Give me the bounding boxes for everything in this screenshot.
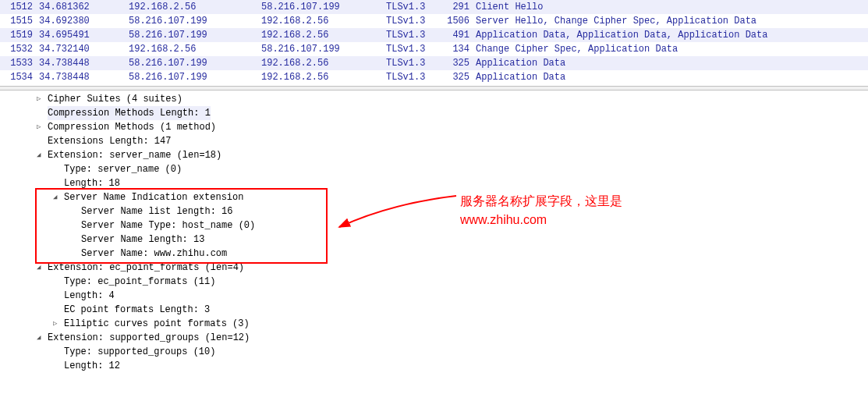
tree-label: Extension: ec_point_formats (len=4) [48,261,244,275]
tree-row[interactable]: ◢Server Name Indication extension [0,190,868,204]
chevron-right-icon[interactable]: ▷ [53,317,62,331]
packet-number: 1519 [8,29,39,41]
packet-source: 192.168.2.56 [129,1,261,13]
packet-info: Application Data [476,71,868,83]
packet-info: Application Data, Application Data, Appl… [476,29,868,41]
packet-length: 325 [445,71,476,83]
packet-time: 34.732140 [39,43,129,55]
packet-length: 134 [445,43,476,55]
annotation-line1: 服务器名称扩展字段，这里是 [460,192,622,211]
tree-label: Type: supported_groups (10) [64,345,215,359]
packet-time: 34.692380 [39,15,129,27]
tree-row[interactable]: Extensions Length: 147 [0,134,868,148]
tree-row[interactable]: Length: 4 [0,289,868,303]
tree-row[interactable]: Length: 18 [0,176,868,190]
packet-time: 34.738448 [39,57,129,69]
packet-number: 1533 [8,57,39,69]
chevron-down-icon[interactable]: ◢ [53,190,62,204]
packet-number: 1512 [8,1,39,13]
packet-length: 291 [445,1,476,13]
tree-label: Extension: server_name (len=18) [48,148,221,162]
tree-label: Elliptic curves point formats (3) [64,317,250,331]
tree-row[interactable]: ◢Extension: ec_point_formats (len=4) [0,261,868,275]
packet-protocol: TLSv1.3 [386,29,445,41]
packet-destination: 192.168.2.56 [261,15,386,27]
packet-source: 58.216.107.199 [129,57,261,69]
packet-info: Change Cipher Spec, Application Data [476,43,868,55]
packet-row[interactable]: 151234.681362192.168.2.5658.216.107.199T… [0,0,868,14]
chevron-right-icon[interactable]: ▷ [37,92,46,106]
tree-row[interactable]: ▷Elliptic curves point formats (3) [0,317,868,331]
packet-source: 58.216.107.199 [129,15,261,27]
packet-time: 34.695491 [39,29,129,41]
chevron-right-icon[interactable]: ▷ [37,120,46,134]
tree-row[interactable]: ▷Compression Methods (1 method) [0,120,868,134]
tree-label: Server Name: www.zhihu.com [81,247,227,261]
tree-label: Length: 4 [64,289,115,303]
packet-protocol: TLSv1.3 [386,1,445,13]
packet-protocol: TLSv1.3 [386,43,445,55]
packet-destination: 58.216.107.199 [261,1,386,13]
tree-label: Length: 18 [64,176,120,190]
packet-protocol: TLSv1.3 [386,71,445,83]
tree-label: Cipher Suites (4 suites) [48,92,182,106]
packet-destination: 192.168.2.56 [261,71,386,83]
tree-label: EC point formats Length: 3 [64,303,210,317]
tree-row[interactable]: Type: ec_point_formats (11) [0,275,868,289]
tree-row[interactable]: Type: supported_groups (10) [0,345,868,359]
annotation-line2: www.zhihu.com [460,211,622,229]
packet-protocol: TLSv1.3 [386,15,445,27]
tree-row[interactable]: Server Name: www.zhihu.com [0,247,868,261]
tree-row[interactable]: EC point formats Length: 3 [0,303,868,317]
tree-label: Server Name length: 13 [81,233,204,247]
packet-destination: 58.216.107.199 [261,43,386,55]
tree-row[interactable]: ◢Extension: server_name (len=18) [0,148,868,162]
tree-label: Type: server_name (0) [64,162,182,176]
packet-row[interactable]: 153334.73844858.216.107.199192.168.2.56T… [0,56,868,70]
tree-row[interactable]: Type: server_name (0) [0,162,868,176]
tree-label: Server Name list length: 16 [81,204,232,218]
packet-number: 1534 [8,71,39,83]
annotation-text: 服务器名称扩展字段，这里是 www.zhihu.com [460,192,622,229]
packet-protocol: TLSv1.3 [386,57,445,69]
packet-source: 58.216.107.199 [129,71,261,83]
packet-number: 1532 [8,43,39,55]
packet-row[interactable]: 153434.73844858.216.107.199192.168.2.56T… [0,70,868,84]
packet-length: 491 [445,29,476,41]
packet-info: Client Hello [476,1,868,13]
tree-row[interactable]: Length: 12 [0,359,868,373]
tree-row[interactable]: Server Name Type: host_name (0) [0,218,868,233]
packet-source: 192.168.2.56 [129,43,261,55]
packet-number: 1515 [8,15,39,27]
packet-row[interactable]: 153234.732140192.168.2.5658.216.107.199T… [0,42,868,56]
tree-label: Compression Methods (1 method) [48,120,216,134]
packet-length: 325 [445,57,476,69]
tree-label: Compression Methods Length: 1 [48,106,211,120]
packet-detail-pane[interactable]: ▷Cipher Suites (4 suites) Compression Me… [0,91,868,373]
tree-row[interactable]: Compression Methods Length: 1 [0,106,868,120]
packet-info: Application Data [476,57,868,69]
packet-row[interactable]: 151934.69549158.216.107.199192.168.2.56T… [0,28,868,42]
tree-row[interactable]: Server Name length: 13 [0,233,868,247]
packet-destination: 192.168.2.56 [261,57,386,69]
tree-label: Server Name Indication extension [64,190,243,204]
tree-label: Type: ec_point_formats (11) [64,275,215,289]
packet-list[interactable]: 151234.681362192.168.2.5658.216.107.199T… [0,0,868,84]
packet-time: 34.738448 [39,71,129,83]
chevron-down-icon[interactable]: ◢ [37,261,46,275]
packet-length: 1506 [445,15,476,27]
packet-info: Server Hello, Change Cipher Spec, Applic… [476,15,868,27]
tree-label: Extension: supported_groups (len=12) [48,331,250,345]
chevron-down-icon[interactable]: ◢ [37,331,46,345]
packet-source: 58.216.107.199 [129,29,261,41]
tree-row[interactable]: Server Name list length: 16 [0,204,868,218]
packet-time: 34.681362 [39,1,129,13]
packet-row[interactable]: 151534.69238058.216.107.199192.168.2.56T… [0,14,868,28]
tree-row[interactable]: ▷Cipher Suites (4 suites) [0,92,868,106]
tree-label: Length: 12 [64,359,120,373]
tree-label: Server Name Type: host_name (0) [81,218,255,233]
tree-label: Extensions Length: 147 [48,134,171,148]
chevron-down-icon[interactable]: ◢ [37,148,46,162]
packet-destination: 192.168.2.56 [261,29,386,41]
tree-row[interactable]: ◢Extension: supported_groups (len=12) [0,331,868,345]
